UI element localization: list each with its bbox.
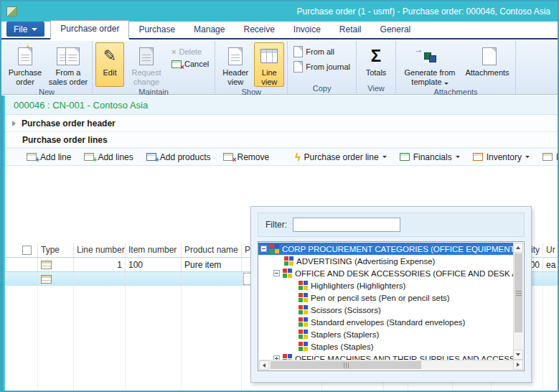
col-unit[interactable]: Ur	[543, 243, 558, 257]
section-purchase-order-header[interactable]: Purchase order header	[5, 115, 558, 132]
purchase-order-button[interactable]: ★ Purchase order	[4, 42, 46, 87]
generate-from-template-button[interactable]: → Generate from template	[399, 42, 461, 87]
edit-button[interactable]: ✎ Edit	[95, 42, 124, 87]
tab-general[interactable]: General	[371, 22, 421, 38]
add-products-button[interactable]: + Add products	[146, 152, 211, 162]
ribbon-group-maintain: ✎ Edit Request change × Delete × Cancel	[93, 41, 215, 94]
product-and-supply-menu[interactable]: Product and suppl	[542, 152, 558, 162]
chevron-down-icon	[32, 28, 37, 31]
tab-purchase-order[interactable]: Purchase order	[50, 20, 129, 39]
tab-invoice[interactable]: Invoice	[284, 22, 330, 38]
add-line-button[interactable]: + Add line	[27, 152, 71, 162]
purchase-order-line-menu[interactable]: ϟ Purchase order line	[295, 152, 386, 162]
col-item-number[interactable]: Item number	[126, 243, 182, 257]
add-lines-icon: +	[84, 153, 94, 161]
copy-icon	[293, 61, 303, 73]
tab-retail[interactable]: Retail	[330, 22, 371, 38]
col-type[interactable]: Type	[38, 243, 74, 257]
col-line-number[interactable]: Line number	[74, 243, 126, 257]
chevron-down-icon	[382, 156, 387, 158]
cancel-icon: ×	[172, 60, 182, 68]
copy-icon	[293, 46, 303, 57]
document-icon	[65, 47, 80, 65]
category-icon	[299, 281, 308, 290]
tree-item[interactable]: Staplers (Staplers)	[258, 328, 513, 340]
ribbon-tabstrip: File Purchase order Purchase Manage Rece…	[1, 22, 558, 39]
tree-item[interactable]: Staples (Staples)	[258, 340, 513, 353]
add-line-icon: +	[27, 153, 37, 161]
scroll-left-button[interactable]	[259, 360, 269, 370]
attachments-button[interactable]: Attachments	[462, 42, 512, 87]
pencil-icon: ✎	[103, 48, 116, 64]
scrollbar-thumb[interactable]	[515, 253, 522, 332]
ribbon-group-new: ★ Purchase order → From a sales order Ne…	[1, 41, 93, 94]
app-window: Purchase order (1 - usmf) - Purchase ord…	[0, 0, 559, 392]
inventory-icon	[473, 153, 483, 161]
ribbon-group-label: View	[360, 83, 393, 94]
category-icon	[299, 305, 308, 314]
delete-button[interactable]: × Delete	[169, 47, 212, 57]
window-title: Purchase order (1 - usmf) - Purchase ord…	[296, 6, 558, 17]
ribbon-group-label: Copy	[291, 83, 353, 94]
add-products-icon: +	[146, 153, 156, 161]
remove-button[interactable]: × Remove	[223, 152, 269, 162]
category-icon	[299, 342, 308, 351]
line-view-icon	[260, 49, 278, 63]
tab-receive[interactable]: Receive	[234, 22, 283, 38]
category-icon	[299, 330, 308, 339]
header-view-button[interactable]: Header view	[218, 42, 253, 87]
category-icon	[299, 317, 308, 327]
scroll-right-button[interactable]	[513, 360, 523, 370]
chevron-down-icon	[456, 156, 460, 158]
line-type-icon	[41, 275, 52, 284]
category-icon	[283, 269, 292, 278]
word-icon	[429, 55, 436, 62]
tree-item[interactable]: ADVERTISING (Advertising Expense)	[258, 255, 513, 267]
scrollbar-thumb[interactable]	[271, 361, 421, 369]
tree-item[interactable]: OFFICE AND DESK ACCESSORIES (OFFICE AND …	[258, 267, 513, 279]
ribbon-group-view: Σ Totals View	[357, 41, 396, 94]
from-journal-button[interactable]: From journal	[291, 60, 353, 73]
form-body: 000046 : CN-001 - Contoso Asia Purchase …	[5, 95, 558, 391]
vertical-scrollbar[interactable]	[513, 243, 523, 360]
collapse-icon[interactable]	[260, 246, 267, 252]
totals-button[interactable]: Σ Totals	[360, 42, 393, 83]
file-menu-label: File	[14, 24, 27, 34]
tree-item[interactable]: Pen or pencil sets (Pen or pencil sets)	[258, 291, 513, 304]
arrow-icon: →	[415, 45, 423, 54]
horizontal-scrollbar[interactable]	[259, 360, 513, 370]
tree-item[interactable]: OFFICE MACHINES AND THEIR SUPPLIES AND A…	[258, 353, 513, 360]
category-icon	[284, 256, 293, 266]
tab-manage[interactable]: Manage	[184, 22, 234, 38]
scroll-down-button[interactable]	[513, 350, 523, 360]
financials-icon	[400, 153, 410, 161]
lightning-icon: ϟ	[295, 152, 300, 162]
category-icon	[299, 293, 308, 302]
col-product-name[interactable]: Product name	[182, 243, 242, 257]
financials-menu[interactable]: Financials	[400, 152, 460, 162]
select-all-checkbox[interactable]	[22, 246, 32, 255]
category-dropdown-panel: Filter: CORP PROCUREMENT CATEGORIES (OFF…	[250, 206, 532, 383]
section-purchase-order-lines[interactable]: Purchase order lines	[5, 132, 558, 148]
filter-input[interactable]	[293, 218, 400, 232]
tree-item[interactable]: Highlighters (Highlighters)	[258, 279, 513, 291]
add-lines-button[interactable]: + Add lines	[84, 152, 133, 162]
file-menu-button[interactable]: File	[6, 22, 44, 37]
category-tree: CORP PROCUREMENT CATEGORIES (OFFICE EQUI…	[258, 241, 525, 371]
request-change-button[interactable]: Request change	[126, 42, 167, 87]
tab-purchase[interactable]: Purchase	[129, 22, 184, 38]
category-icon	[270, 244, 279, 253]
scroll-up-button[interactable]	[513, 243, 523, 253]
ribbon: ★ Purchase order → From a sales order Ne…	[1, 41, 558, 95]
breadcrumb[interactable]: 000046 : CN-001 - Contoso Asia	[5, 95, 558, 115]
from-sales-order-button[interactable]: → From a sales order	[47, 42, 89, 87]
tree-item[interactable]: Scissors (Scissors)	[258, 304, 513, 316]
from-all-button[interactable]: From all	[291, 45, 353, 58]
collapse-icon[interactable]	[273, 270, 280, 276]
ribbon-group-show: Header view Line view Show	[215, 41, 288, 94]
tree-item[interactable]: Standard envelopes (Standard envelopes)	[258, 316, 513, 328]
inventory-menu[interactable]: Inventory	[473, 152, 530, 162]
cancel-button[interactable]: × Cancel	[169, 59, 212, 69]
line-view-button[interactable]: Line view	[254, 42, 284, 87]
tree-item[interactable]: CORP PROCUREMENT CATEGORIES (OFFICE EQUI…	[258, 243, 513, 255]
